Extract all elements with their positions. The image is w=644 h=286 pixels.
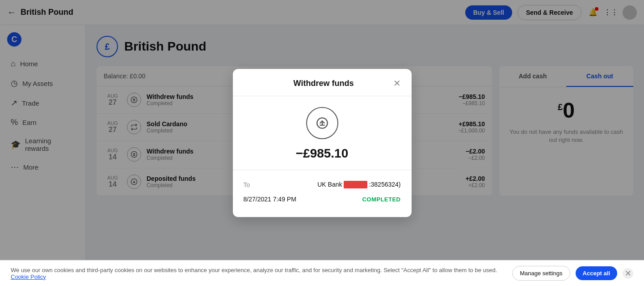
modal-redacted: •••••••• <box>344 181 367 188</box>
modal-overlay[interactable]: Withdrew funds ✕ −£985.10 To UK Bank •••… <box>0 0 644 286</box>
modal-title: Withdrew funds <box>254 79 393 88</box>
modal-status-badge: COMPLETED <box>362 196 400 203</box>
modal-to-label: To <box>244 181 250 188</box>
cookie-close-button[interactable]: ✕ <box>623 268 633 279</box>
modal-upload-icon <box>306 107 338 139</box>
modal-body: −£985.10 To UK Bank •••••••• :38256324) … <box>233 96 412 217</box>
modal-header: Withdrew funds ✕ <box>233 69 412 96</box>
modal: Withdrew funds ✕ −£985.10 To UK Bank •••… <box>233 69 412 217</box>
accept-all-button[interactable]: Accept all <box>576 266 617 280</box>
modal-to-value: UK Bank •••••••• :38256324) <box>317 181 400 188</box>
modal-date-row: 8/27/2021 7:49 PM COMPLETED <box>244 192 401 206</box>
cookie-policy-link[interactable]: Cookie Policy <box>11 273 46 280</box>
modal-to-row: To UK Bank •••••••• :38256324) <box>244 177 401 192</box>
modal-date-value: 8/27/2021 7:49 PM <box>244 196 296 203</box>
modal-amount: −£985.10 <box>244 146 401 161</box>
modal-close-button[interactable]: ✕ <box>393 78 401 89</box>
cookie-text: We use our own cookies and third-party c… <box>11 267 507 280</box>
modal-divider <box>233 170 412 170</box>
manage-settings-button[interactable]: Manage settings <box>512 266 570 281</box>
cookie-banner: We use our own cookies and third-party c… <box>0 260 644 286</box>
